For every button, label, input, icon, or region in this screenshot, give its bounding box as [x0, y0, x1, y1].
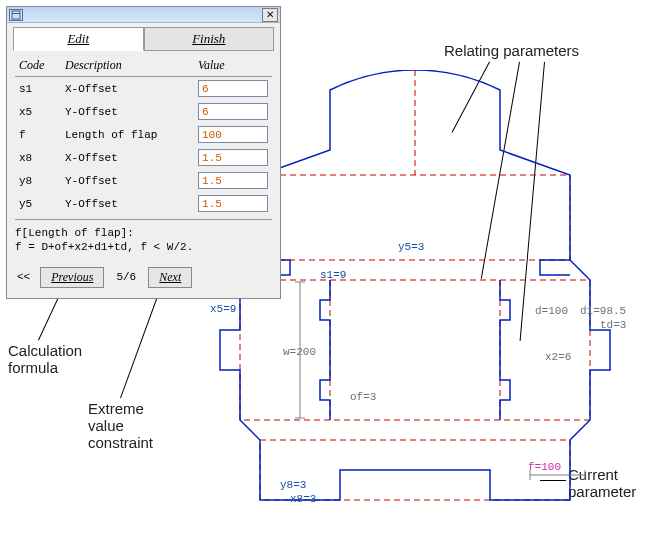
cell-desc: Y-Offset	[65, 175, 198, 187]
dim-x8: x8=3	[290, 493, 316, 505]
next-button[interactable]: Next	[148, 267, 192, 288]
header-code: Code	[15, 58, 65, 73]
dim-y5: y5=3	[398, 241, 424, 253]
cell-code: s1	[15, 83, 65, 95]
tab-edit[interactable]: Edit	[13, 27, 144, 51]
annotation-calc: Calculation formula	[8, 342, 82, 376]
value-input-x5[interactable]	[198, 103, 268, 120]
formula-body: f = D+of+x2+d1+td, f < W/2.	[15, 241, 193, 253]
table-row: x5 Y-Offset	[15, 100, 272, 123]
divider	[15, 219, 272, 220]
svg-rect-0	[12, 11, 20, 19]
formula-title: f[Length of flap]:	[15, 227, 134, 239]
annotation-extreme: Extreme value constraint	[88, 400, 153, 451]
table-row: y5 Y-Offset	[15, 192, 272, 215]
cell-desc: Length of flap	[65, 129, 198, 141]
close-button[interactable]: ✕	[262, 8, 278, 22]
value-input-y8[interactable]	[198, 172, 268, 189]
header-value: Value	[198, 58, 272, 73]
value-input-s1[interactable]	[198, 80, 268, 97]
dim-s1: s1=9	[320, 269, 346, 281]
parameter-grid: Code Description Value s1 X-Offset x5 Y-…	[7, 51, 280, 217]
annotation-relating: Relating parameters	[444, 42, 579, 59]
tab-finish[interactable]: Finish	[144, 27, 275, 51]
table-row: f Length of flap	[15, 123, 272, 146]
cell-code: y5	[15, 198, 65, 210]
first-button[interactable]: <<	[15, 271, 32, 283]
dim-w: w=200	[283, 346, 316, 358]
cell-code: x5	[15, 106, 65, 118]
cell-code: f	[15, 129, 65, 141]
dim-y8: y8=3	[280, 479, 306, 491]
window-icon	[9, 9, 23, 21]
formula-text: f[Length of flap]: f = D+of+x2+d1+td, f …	[7, 224, 280, 261]
page-indicator: 5/6	[116, 271, 136, 283]
table-row: y8 Y-Offset	[15, 169, 272, 192]
table-row: s1 X-Offset	[15, 77, 272, 100]
value-input-x8[interactable]	[198, 149, 268, 166]
dim-td: td=3	[600, 319, 626, 331]
dim-d: d=100	[535, 305, 568, 317]
dim-x2: x2=6	[545, 351, 571, 363]
cell-desc: Y-Offset	[65, 106, 198, 118]
dim-d1: d1=98.5	[580, 305, 626, 317]
header-desc: Description	[65, 58, 198, 73]
dim-f: f=100	[528, 461, 561, 473]
previous-button[interactable]: Previous	[40, 267, 104, 288]
value-input-f[interactable]	[198, 126, 268, 143]
table-row: x8 X-Offset	[15, 146, 272, 169]
tab-strip: Edit Finish	[7, 23, 280, 51]
title-bar: ✕	[7, 7, 280, 23]
parameter-dialog: ✕ Edit Finish Code Description Value s1 …	[6, 6, 281, 299]
dim-of: of=3	[350, 391, 376, 403]
cell-desc: X-Offset	[65, 152, 198, 164]
grid-header: Code Description Value	[15, 55, 272, 77]
cell-code: x8	[15, 152, 65, 164]
value-input-y5[interactable]	[198, 195, 268, 212]
dim-x5: x5=9	[210, 303, 236, 315]
cell-code: y8	[15, 175, 65, 187]
nav-row: << Previous 5/6 Next	[7, 261, 280, 298]
cell-desc: X-Offset	[65, 83, 198, 95]
cell-desc: Y-Offset	[65, 198, 198, 210]
